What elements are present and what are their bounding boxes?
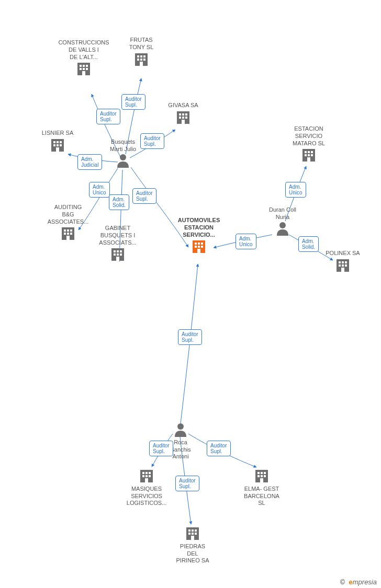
rel-busquets-gabinet: Adm. Solid. — [109, 194, 129, 210]
rel-busquets-automoviles: Auditor Supl. — [132, 188, 156, 204]
node-elma[interactable]: ELMA- GEST BARCELONA SL — [230, 468, 293, 507]
rel-roca-masiques: Auditor Supl. — [149, 441, 173, 456]
rel-busquets-auditing: Adm. Unico — [89, 182, 110, 198]
building-icon — [139, 468, 154, 483]
person-icon — [174, 422, 187, 437]
building-icon — [60, 225, 76, 241]
building-icon — [50, 137, 65, 153]
node-construccions[interactable]: CONSTRUCCIONS DE VALLS I DE L'ALT... — [52, 39, 115, 78]
brand-rest: mpresia — [353, 578, 377, 586]
node-lisnier[interactable]: LISNIER SA — [26, 130, 89, 155]
estacion-mataro-label: ESTACION SERVICIO MATARO SL — [277, 125, 340, 147]
rel-roca-automoviles: Auditor Supl. — [178, 329, 202, 345]
building-icon — [335, 257, 351, 273]
frutas-label: FRUTAS TONY SL — [110, 37, 173, 51]
building-icon — [110, 246, 126, 262]
copyright-symbol: © — [340, 579, 345, 586]
building-icon — [185, 525, 200, 541]
diagram-canvas: CONSTRUCCIONS DE VALLS I DE L'ALT... FRU… — [0, 0, 381, 588]
auditing-label: AUDITING B&G ASSOCIATES... — [37, 204, 99, 225]
rel-busquets-lisnier: Adm. Judicial — [77, 154, 102, 170]
building-icon — [76, 61, 92, 76]
building-icon — [301, 147, 317, 163]
node-automoviles[interactable]: AUTOMOVILES ESTACION SERVICIO... — [167, 217, 230, 256]
node-estacion-mataro[interactable]: ESTACION SERVICIO MATARO SL — [277, 125, 340, 165]
rel-duran-mataro: Adm. Unico — [285, 182, 306, 198]
polinex-label: POLINEX SA — [311, 250, 374, 257]
automoviles-label: AUTOMOVILES ESTACION SERVICIO... — [167, 217, 230, 238]
node-frutas[interactable]: FRUTAS TONY SL — [110, 37, 173, 68]
rel-duran-automoviles: Adm. Unico — [236, 234, 256, 249]
node-gabinet[interactable]: GABINET BUSQUETS I ASSOCIATS... — [86, 225, 149, 264]
node-polinex[interactable]: POLINEX SA — [311, 250, 374, 275]
rel-roca-piedras: Auditor Supl. — [175, 476, 199, 491]
building-icon — [191, 238, 207, 254]
edges-layer — [0, 0, 381, 588]
gabinet-label: GABINET BUSQUETS I ASSOCIATS... — [86, 225, 149, 246]
rel-busquets-givasa: Auditor Supl. — [140, 133, 164, 149]
rel-busquets-frutas: Auditor Supl. — [121, 94, 145, 110]
brand-e: e — [349, 578, 353, 586]
elma-label: ELMA- GEST BARCELONA SL — [230, 486, 293, 507]
building-icon — [254, 468, 270, 483]
rel-busquets-construccions: Auditor Supl. — [96, 109, 120, 124]
rel-roca-elma: Auditor Supl. — [207, 441, 231, 456]
watermark: © empresia — [340, 578, 377, 586]
construccions-label: CONSTRUCCIONS DE VALLS I DE L'ALT... — [52, 39, 115, 61]
duran-label: Duran Coll Nuria — [251, 206, 314, 221]
person-icon — [276, 221, 289, 236]
person-icon — [116, 153, 130, 168]
masiques-label: MASIQUES SERVICIOS LOGISTICOS... — [115, 486, 178, 507]
node-piedras[interactable]: PIEDRAS DEL PIRINEO SA — [161, 525, 224, 564]
building-icon — [133, 51, 149, 67]
rel-duran-polinex: Adm. Solid. — [298, 236, 319, 252]
node-givasa[interactable]: GIVASA SA — [152, 102, 215, 127]
givasa-label: GIVASA SA — [152, 102, 215, 109]
lisnier-label: LISNIER SA — [26, 130, 89, 137]
building-icon — [175, 109, 191, 125]
node-masiques[interactable]: MASIQUES SERVICIOS LOGISTICOS... — [115, 468, 178, 507]
node-duran[interactable]: Duran Coll Nuria — [251, 206, 314, 237]
piedras-label: PIEDRAS DEL PIRINEO SA — [161, 543, 224, 564]
